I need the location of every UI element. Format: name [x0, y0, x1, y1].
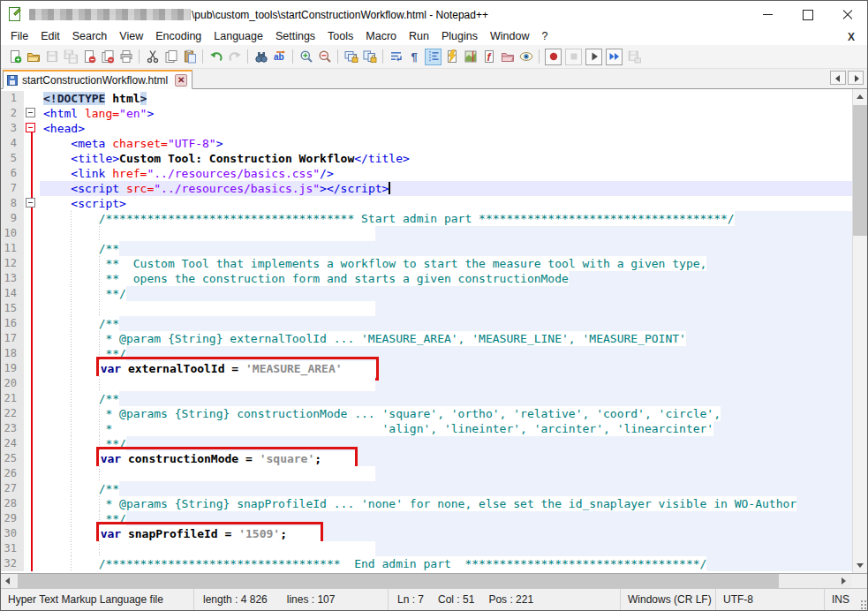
- menu-item-settings[interactable]: Settings: [269, 28, 321, 45]
- word-wrap-button[interactable]: [388, 49, 404, 65]
- code-text[interactable]: <title>Custom Tool: Construction Workflo…: [40, 151, 410, 166]
- fold-margin[interactable]: [24, 106, 40, 121]
- code-text[interactable]: [40, 466, 375, 481]
- save-button[interactable]: [43, 49, 60, 65]
- fold-collapse-icon[interactable]: [26, 108, 35, 117]
- menu-item-plugins[interactable]: Plugins: [435, 28, 484, 45]
- tab-startconstructionworkflow[interactable]: startConstructionWorkflow.html ✕: [3, 70, 192, 89]
- scroll-right-arrow[interactable]: [836, 574, 851, 588]
- macro-run-multiple-button[interactable]: [606, 49, 623, 65]
- code-text[interactable]: ** opens the construction form and start…: [40, 271, 569, 286]
- menu-item-edit[interactable]: Edit: [34, 28, 66, 45]
- code-text[interactable]: [40, 376, 375, 391]
- code-text[interactable]: <link href="../resources/basics.css"/>: [40, 166, 334, 181]
- code-text[interactable]: var externalToolId = 'MEASURE_AREA': [40, 361, 379, 376]
- code-text[interactable]: /************************************ St…: [40, 211, 735, 226]
- menu-item-search[interactable]: Search: [66, 28, 114, 45]
- menu-item-run[interactable]: Run: [403, 28, 435, 45]
- code-text[interactable]: * @params {String} constructionMode ... …: [40, 406, 721, 421]
- fold-margin[interactable]: [24, 196, 40, 211]
- show-indent-guide-button[interactable]: [425, 49, 442, 65]
- horizontal-scrollbar[interactable]: [1, 573, 867, 588]
- macro-record-button[interactable]: [545, 49, 562, 65]
- code-text[interactable]: * @param {String} externalToolId ... 'ME…: [40, 331, 686, 346]
- code-text[interactable]: /**: [40, 316, 119, 331]
- zoom-out-button[interactable]: [316, 49, 333, 65]
- show-all-characters-button[interactable]: ¶: [406, 49, 423, 65]
- code-text[interactable]: [40, 541, 375, 556]
- menu-item-macro[interactable]: Macro: [359, 28, 403, 45]
- minimize-button[interactable]: [748, 1, 788, 28]
- menu-item-file[interactable]: File: [4, 28, 34, 45]
- code-text[interactable]: var snapProfileId = '1509';: [40, 526, 323, 541]
- code-editor[interactable]: 1<!DOCTYPE html>2<html lang="en">3<head>…: [1, 89, 852, 573]
- fold-collapse-icon[interactable]: [26, 198, 35, 207]
- macro-save-button[interactable]: [625, 49, 642, 65]
- code-text[interactable]: * @params {String} snapProfileId ... 'no…: [40, 496, 796, 511]
- code-text[interactable]: /**: [40, 391, 119, 406]
- scroll-left-arrow[interactable]: [1, 574, 16, 588]
- code-text[interactable]: /********************************** End …: [40, 556, 706, 571]
- code-text[interactable]: <html lang="en">: [40, 106, 154, 121]
- menu-item-help[interactable]: ?: [535, 28, 554, 45]
- sync-vertical-button[interactable]: [343, 49, 359, 65]
- find-button[interactable]: [253, 49, 269, 65]
- code-text[interactable]: [40, 301, 375, 316]
- code-text[interactable]: <script>: [40, 196, 126, 211]
- undo-button[interactable]: [208, 49, 224, 65]
- menu-item-window[interactable]: Window: [484, 28, 535, 45]
- status-insert-mode[interactable]: INS: [832, 593, 849, 606]
- code-text[interactable]: /**: [40, 241, 119, 256]
- tab-close-icon[interactable]: ✕: [175, 74, 187, 87]
- cut-button[interactable]: [144, 49, 161, 65]
- folder-as-workspace-button[interactable]: [499, 49, 516, 65]
- code-text[interactable]: [40, 226, 375, 241]
- maximize-button[interactable]: [788, 1, 827, 28]
- code-text[interactable]: <script src="../resources/basics.js"></s…: [40, 181, 390, 196]
- menu-item-encoding[interactable]: Encoding: [149, 28, 208, 45]
- code-text[interactable]: **/: [40, 286, 126, 301]
- close-button[interactable]: [827, 1, 867, 28]
- zoom-in-button[interactable]: [298, 49, 314, 65]
- new-file-button[interactable]: [6, 49, 23, 65]
- tab-scroll-left-button[interactable]: [830, 71, 846, 85]
- vertical-scrollbar[interactable]: [852, 89, 867, 573]
- code-text[interactable]: <head>: [40, 121, 85, 136]
- menu-item-language[interactable]: Language: [208, 28, 269, 45]
- horizontal-scrollbar-thumb[interactable]: [18, 574, 779, 588]
- code-text[interactable]: var constructionMode = 'square';: [40, 451, 358, 466]
- scroll-down-arrow[interactable]: [853, 558, 868, 573]
- code-text[interactable]: <!DOCTYPE html>: [40, 91, 147, 106]
- sync-horizontal-button[interactable]: [361, 49, 378, 65]
- print-button[interactable]: [117, 49, 134, 65]
- copy-button[interactable]: [162, 49, 179, 65]
- paste-button[interactable]: [181, 49, 198, 65]
- replace-button[interactable]: ab: [271, 49, 288, 65]
- code-text[interactable]: <meta charset="UTF-8">: [40, 136, 223, 151]
- monitoring-button[interactable]: [517, 49, 534, 65]
- save-all-button[interactable]: [62, 49, 79, 65]
- status-eol-format[interactable]: Windows (CR LF): [628, 593, 712, 606]
- code-text[interactable]: * 'align', 'lineinter', 'arcinter', 'lin…: [40, 421, 713, 436]
- fold-collapse-icon[interactable]: [26, 123, 35, 132]
- close-button[interactable]: [80, 49, 97, 65]
- status-encoding[interactable]: UTF-8: [723, 593, 753, 606]
- close-all-button[interactable]: [99, 49, 116, 65]
- menu-item-tools[interactable]: Tools: [321, 28, 359, 45]
- macro-play-button[interactable]: [585, 49, 602, 65]
- resize-grip[interactable]: [860, 600, 867, 610]
- open-file-button[interactable]: [25, 49, 42, 65]
- fold-margin[interactable]: [24, 121, 40, 136]
- scroll-up-arrow[interactable]: [853, 89, 868, 104]
- vertical-scrollbar-thumb[interactable]: [853, 105, 868, 236]
- udl-dialog-button[interactable]: [443, 49, 460, 65]
- tab-scroll-right-button[interactable]: [848, 71, 864, 85]
- menubar-close-document-button[interactable]: X: [844, 31, 858, 43]
- code-text[interactable]: ** Custom Tool that implements a workflo…: [40, 256, 706, 271]
- menu-item-view[interactable]: View: [113, 28, 149, 45]
- code-text[interactable]: /**: [40, 481, 119, 496]
- document-map-button[interactable]: [462, 49, 479, 65]
- redo-button[interactable]: [226, 49, 243, 65]
- function-list-button[interactable]: f: [480, 49, 497, 65]
- macro-stop-button[interactable]: [565, 49, 582, 65]
